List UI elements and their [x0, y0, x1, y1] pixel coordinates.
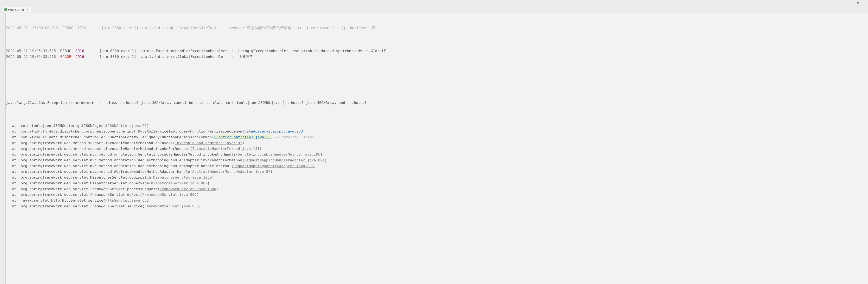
log-message: Using @ExceptionHandler com.xtxsk.lh.dat… — [238, 49, 386, 53]
gear-icon[interactable]: ⚙ — [857, 1, 859, 5]
log-pid: 2916 — [75, 49, 84, 53]
stack-text: at org.springframework.web.servlet.Frame… — [12, 204, 145, 208]
log-sep: --- — [89, 55, 95, 59]
source-link[interactable]: FrameworkServlet.java:1006 — [160, 187, 216, 191]
log-timestamp: 2022-05-27 19:05:33.515 — [6, 49, 56, 53]
stack-frame: at org.springframework.web.method.suppor… — [6, 146, 868, 152]
console-output[interactable]: 2022-05-27 17:00:00.012 DEBUG 2710 --- [… — [6, 14, 868, 215]
stack-text: at org.springframework.web.servlet.mvc.m… — [12, 164, 234, 168]
stack-frame: at com.xtxsk.lh.data.dispatcher.controll… — [6, 134, 868, 140]
source-link[interactable]: InvocableHandlerMethod.java:141 — [192, 147, 259, 151]
log-thread: [nio-8080-exec-1] — [99, 49, 136, 53]
source-link[interactable]: FrameworkServlet.java:909 — [142, 193, 196, 197]
stack-text: at org.springframework.web.servlet.Frame… — [12, 193, 142, 197]
stack-frame: at org.springframework.web.servlet.mvc.m… — [6, 169, 868, 175]
source-link[interactable]: FunctionController.java:58 — [214, 135, 271, 139]
log-line: 2022-05-27 19:05:33.515 DEBUG 2916 --- [… — [6, 48, 868, 54]
stack-frame: at org.springframework.web.servlet.mvc.m… — [6, 163, 868, 169]
stack-text: at org.springframework.web.servlet.Dispa… — [12, 175, 153, 180]
minimize-icon[interactable]: — — [864, 1, 866, 5]
log-sep: --- — [89, 49, 95, 53]
stack-frame: at org.springframework.web.servlet.Frame… — [6, 203, 868, 209]
stack-text: at org.springframework.web.servlet.mvc.m… — [12, 169, 192, 173]
stack-text: at org.springframework.web.method.suppor… — [12, 147, 192, 151]
stack-text: at com.xtxsk.lh.data.dispatcher.componen… — [12, 129, 244, 133]
tab-webstarter[interactable]: WebStarter × — [1, 7, 31, 12]
source-link[interactable]: RequestMappingHandlerAdapter.java:894 — [244, 158, 324, 162]
log-level: DEBUG — [60, 49, 71, 53]
stack-text: at org.springframework.web.servlet.mvc.m… — [12, 152, 238, 156]
stack-frame: at com.xtxsk.lh.data.dispatcher.componen… — [6, 129, 868, 134]
source-link[interactable]: HttpServlet.java:652 — [105, 198, 149, 202]
exception-message: : class cn.hutool.json.JSONArray cannot … — [98, 101, 369, 105]
source-link[interactable]: RequestMappingHandlerAdapter.java:808 — [234, 164, 314, 168]
close-icon[interactable]: × — [27, 8, 29, 11]
stack-text: at org.springframework.web.servlet.Dispa… — [12, 181, 151, 185]
source-link[interactable]: DataApiServiceImpl.java:233 — [244, 129, 303, 133]
log-thread: [nio-8080-exec-1] — [99, 55, 136, 59]
stack-text: at org.springframework.web.servlet.mvc.m… — [12, 158, 244, 162]
stack-frame: at cn.hutool.json.JSONGetter.getJSONObje… — [6, 123, 868, 129]
stack-text: at cn.hutool.json.JSONGetter.getJSONObje… — [12, 124, 107, 128]
source-link[interactable]: JSONGetter.java:96 — [107, 124, 147, 128]
collapsed-frames-toggle[interactable]: <4 internal lines> — [275, 135, 314, 139]
log-logger: c.x.l.d.d.advice.GlobalExceptionHandler — [141, 55, 227, 59]
source-link[interactable]: AbstractHandlerMethodAdapter.java:87 — [192, 169, 270, 173]
stack-frame: at javax.servlet.http.HttpServlet.servic… — [6, 198, 868, 203]
run-config-icon — [4, 8, 7, 11]
exception-package: java.lang. — [6, 101, 28, 105]
window-top-bar: ⚙ — — [0, 0, 868, 6]
log-timestamp: 2022-05-27 19:05:33.518 — [6, 55, 56, 59]
stack-frame: at org.springframework.web.servlet.mvc.m… — [6, 157, 868, 163]
log-line-partial: 2022-05-27 17:00:00.012 DEBUG 2710 --- [… — [6, 25, 868, 31]
stack-text: at com.xtxsk.lh.data.dispatcher.controll… — [12, 135, 214, 139]
stack-text: at org.springframework.web.method.suppor… — [12, 141, 175, 145]
console-gutter — [0, 13, 6, 284]
exception-class[interactable]: ClassCastException — [28, 101, 67, 105]
create-breakpoint-button[interactable]: Create breakpoint — [69, 101, 97, 105]
stack-text: at org.springframework.web.servlet.Frame… — [12, 187, 160, 191]
log-message: 业务异常 — [238, 55, 253, 59]
tab-title: WebStarter — [8, 8, 24, 11]
log-logger: .m.m.a.ExceptionHandlerExceptionResolver — [141, 49, 227, 53]
log-pid: 2916 — [75, 55, 84, 59]
source-link[interactable]: InvocableHandlerMethod.java:197 — [175, 141, 242, 145]
source-link[interactable]: FrameworkServlet.java:883 — [145, 204, 199, 208]
blank-line — [6, 77, 868, 83]
tab-bar: WebStarter × — [0, 6, 868, 13]
source-link[interactable]: DispatcherServlet.java:962 — [151, 181, 207, 185]
log-level: ERROR — [60, 55, 71, 59]
stack-text: at javax.servlet.http.HttpServlet.servic… — [12, 198, 105, 202]
stack-frame: at org.springframework.web.servlet.Dispa… — [6, 175, 868, 181]
stack-frame: at org.springframework.web.servlet.Dispa… — [6, 181, 868, 186]
stack-frame: at org.springframework.web.servlet.Frame… — [6, 192, 868, 198]
stack-frame: at org.springframework.web.servlet.mvc.m… — [6, 152, 868, 157]
log-line: 2022-05-27 19:05:33.518 ERROR 2916 --- [… — [6, 54, 868, 60]
source-link[interactable]: ServletInvocableHandlerMethod.java:106 — [238, 152, 320, 156]
source-link[interactable]: DispatcherServlet.java:1060 — [153, 175, 212, 180]
stack-frame: at org.springframework.web.servlet.Frame… — [6, 186, 868, 192]
exception-line: java.lang.ClassCastException Create brea… — [6, 100, 868, 106]
stack-frame: at org.springframework.web.method.suppor… — [6, 140, 868, 146]
